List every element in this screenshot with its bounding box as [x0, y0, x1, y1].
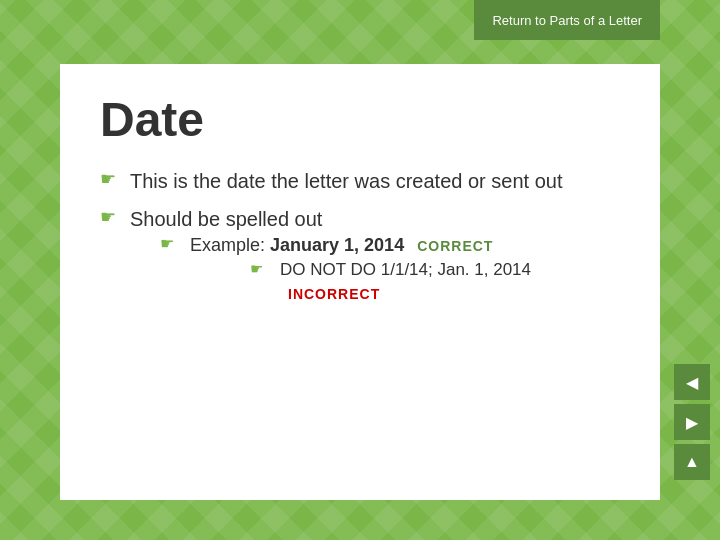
return-to-parts-button[interactable]: Return to Parts of a Letter [474, 0, 660, 40]
correct-label: CORRECT [417, 238, 493, 254]
nav-up-button[interactable]: ▲ [674, 444, 710, 480]
page-title: Date [100, 94, 620, 147]
nav-forward-button[interactable]: ▶ [674, 404, 710, 440]
up-icon: ▲ [684, 453, 700, 471]
bullet-list: This is the date the letter was created … [100, 167, 620, 306]
incorrect-text: DO NOT DO 1/1/14; Jan. 1, 2014 [280, 260, 531, 279]
bullet-2-text: Should be spelled out [130, 208, 322, 230]
example-label-text: Example: [190, 235, 270, 255]
return-button-label: Return to Parts of a Letter [492, 13, 642, 28]
example-date: January 1, 2014 [270, 235, 404, 255]
navigation-arrows: ◀ ▶ ▲ [674, 364, 710, 480]
bullet-item-1: This is the date the letter was created … [100, 167, 620, 195]
incorrect-label: INCORRECT [288, 286, 380, 302]
main-content-area: Date This is the date the letter was cre… [60, 64, 660, 500]
bullet-1-text: This is the date the letter was created … [130, 170, 562, 192]
forward-icon: ▶ [686, 413, 698, 432]
back-icon: ◀ [686, 373, 698, 392]
sub-sub-bullet-incorrect: DO NOT DO 1/1/14; Jan. 1, 2014 INCORRECT [250, 258, 620, 306]
bullet-item-2: Should be spelled out Example: January 1… [100, 205, 620, 306]
nav-back-button[interactable]: ◀ [674, 364, 710, 400]
sub-bullet-example: Example: January 1, 2014 CORRECT DO NOT … [160, 233, 620, 306]
